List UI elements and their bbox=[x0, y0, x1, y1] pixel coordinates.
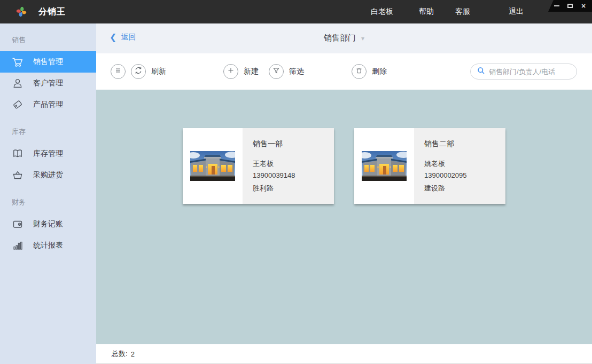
card-info: 销售二部 姚老板 13900002095 建设路 bbox=[414, 128, 505, 204]
app-title: 分销王 bbox=[38, 6, 66, 18]
plus-icon bbox=[227, 66, 235, 77]
sidebar-item-reports[interactable]: 统计报表 bbox=[0, 235, 96, 256]
storefront-photo bbox=[362, 151, 407, 181]
search-input[interactable] bbox=[489, 68, 583, 76]
card-info: 销售一部 王老板 13900039148 胜利路 bbox=[243, 128, 334, 204]
bar-chart-icon bbox=[11, 239, 24, 252]
page-title: 销售部门 bbox=[324, 33, 356, 43]
minimize-icon[interactable] bbox=[552, 2, 561, 10]
funnel-icon bbox=[272, 66, 281, 77]
page-header: ❮ 返回 销售部门 ▾ bbox=[96, 23, 592, 53]
cart-icon bbox=[11, 56, 24, 68]
pinwheel-logo bbox=[14, 4, 29, 19]
basket-icon bbox=[11, 169, 24, 181]
sidebar-section-sales: 销售 bbox=[0, 23, 96, 51]
titlebar: 分销王 白老板 帮助 客服 退出 × bbox=[0, 0, 592, 23]
sidebar-item-label: 统计报表 bbox=[33, 241, 63, 250]
total-value: 2 bbox=[131, 350, 135, 358]
refresh-icon bbox=[134, 66, 143, 77]
back-label: 返回 bbox=[121, 33, 136, 42]
card-photo-pane bbox=[183, 128, 243, 204]
sidebar-item-label: 产品管理 bbox=[33, 100, 63, 109]
sidebar-item-accounting[interactable]: 财务记账 bbox=[0, 213, 96, 235]
delete-button[interactable] bbox=[352, 64, 367, 79]
person-icon bbox=[11, 77, 24, 90]
sidebar-item-customer-management[interactable]: 客户管理 bbox=[0, 73, 96, 94]
department-name: 销售二部 bbox=[424, 139, 505, 149]
sidebar-item-inventory-management[interactable]: 库存管理 bbox=[0, 143, 96, 164]
sidebar-item-label: 库存管理 bbox=[33, 149, 63, 159]
sidebar-item-sales-management[interactable]: 销售管理 bbox=[0, 51, 96, 73]
main-area: ❮ 返回 销售部门 ▾ bbox=[96, 23, 592, 364]
user-menu-item[interactable]: 白老板 bbox=[371, 7, 393, 17]
department-owner: 王老板 bbox=[253, 158, 334, 170]
department-phone: 13900002095 bbox=[424, 170, 505, 181]
sidebar-item-label: 客户管理 bbox=[33, 78, 63, 88]
sidebar-section-finance: 财务 bbox=[0, 186, 96, 213]
department-selector[interactable]: 销售部门 ▾ bbox=[324, 33, 364, 43]
sidebar-item-purchasing[interactable]: 采购进货 bbox=[0, 164, 96, 186]
department-name: 销售一部 bbox=[253, 139, 334, 149]
sidebar-item-label: 采购进货 bbox=[33, 170, 63, 180]
toolbar: 刷新 新建 bbox=[96, 53, 592, 90]
sidebar-item-label: 财务记账 bbox=[33, 219, 63, 229]
sidebar-item-product-management[interactable]: 产品管理 bbox=[0, 94, 96, 115]
new-button[interactable] bbox=[223, 64, 238, 79]
filter-label[interactable]: 筛选 bbox=[289, 67, 304, 76]
refresh-button[interactable] bbox=[131, 64, 146, 79]
close-icon[interactable]: × bbox=[579, 2, 588, 10]
window-controls: × bbox=[545, 0, 592, 12]
app-window: 分销王 白老板 帮助 客服 退出 × 销售 销售管理 bbox=[0, 0, 592, 364]
new-label[interactable]: 新建 bbox=[244, 67, 259, 76]
card-photo-pane bbox=[354, 128, 414, 204]
department-card[interactable]: 销售一部 王老板 13900039148 胜利路 bbox=[183, 128, 334, 204]
logout-menu-item[interactable]: 退出 bbox=[509, 7, 524, 17]
tag-icon bbox=[11, 98, 24, 111]
help-menu-item[interactable]: 帮助 bbox=[419, 7, 434, 17]
department-address: 建设路 bbox=[424, 183, 505, 194]
trash-icon bbox=[355, 66, 363, 77]
wallet-icon bbox=[11, 218, 24, 231]
refresh-label[interactable]: 刷新 bbox=[151, 67, 166, 76]
sidebar: 销售 销售管理 客户管理 bbox=[0, 23, 96, 364]
status-bar: 总数: 2 bbox=[96, 344, 592, 364]
menu-icon bbox=[114, 66, 122, 77]
back-chevron-icon: ❮ bbox=[110, 33, 116, 42]
department-phone: 13900039148 bbox=[253, 170, 334, 181]
back-button[interactable]: ❮ 返回 bbox=[110, 33, 136, 42]
titlebar-menu: 白老板 帮助 客服 退出 bbox=[371, 7, 524, 17]
book-icon bbox=[11, 147, 24, 160]
search-icon bbox=[477, 67, 485, 77]
support-menu-item[interactable]: 客服 bbox=[455, 7, 470, 17]
storefront-photo bbox=[190, 151, 235, 181]
maximize-icon[interactable] bbox=[566, 2, 574, 10]
filter-button[interactable] bbox=[269, 64, 284, 79]
department-owner: 姚老板 bbox=[424, 158, 505, 170]
department-address: 胜利路 bbox=[253, 183, 334, 194]
delete-label[interactable]: 删除 bbox=[372, 67, 387, 76]
department-list: 销售一部 王老板 13900039148 胜利路 bbox=[96, 90, 592, 344]
sidebar-section-inventory: 库存 bbox=[0, 115, 96, 143]
sidebar-item-label: 销售管理 bbox=[33, 57, 63, 67]
chevron-down-icon: ▾ bbox=[361, 35, 364, 42]
search-box bbox=[470, 64, 577, 80]
list-view-button[interactable] bbox=[111, 64, 126, 79]
total-label: 总数: bbox=[112, 349, 128, 359]
department-card[interactable]: 销售二部 姚老板 13900002095 建设路 bbox=[354, 128, 505, 204]
